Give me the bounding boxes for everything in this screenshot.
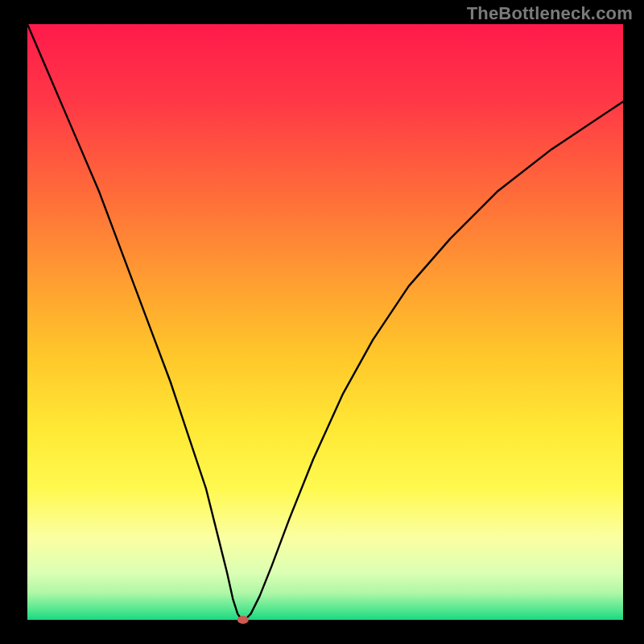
watermark-text: TheBottleneck.com (467, 3, 633, 24)
bottleneck-chart (0, 0, 644, 644)
plot-background (27, 24, 623, 620)
optimum-marker (237, 616, 249, 624)
chart-frame: { "watermark": "TheBottleneck.com", "cha… (0, 0, 644, 644)
